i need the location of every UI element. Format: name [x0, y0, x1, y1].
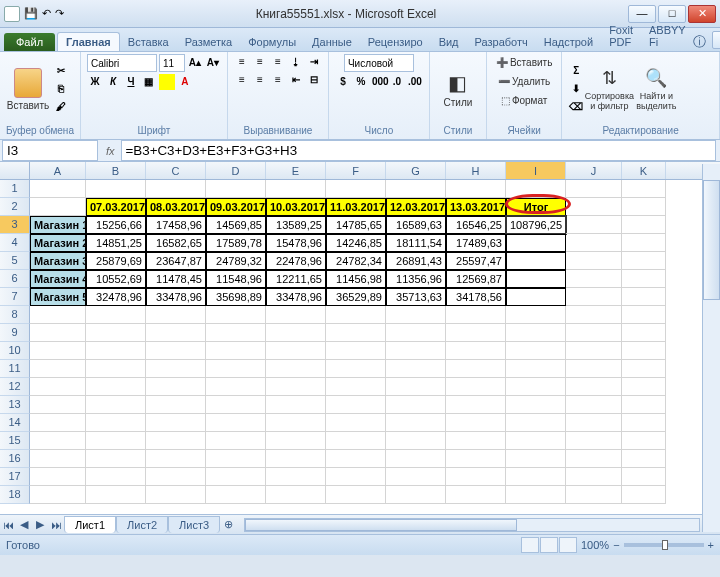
- cell[interactable]: [506, 342, 566, 360]
- cell[interactable]: [146, 450, 206, 468]
- cell[interactable]: [30, 396, 86, 414]
- cell[interactable]: [30, 468, 86, 486]
- cell[interactable]: 13589,25: [266, 216, 326, 234]
- cell[interactable]: [266, 414, 326, 432]
- tab-developer[interactable]: Разработч: [467, 33, 536, 51]
- save-icon[interactable]: 💾: [24, 7, 38, 20]
- cell[interactable]: [326, 450, 386, 468]
- cell[interactable]: [30, 342, 86, 360]
- cell[interactable]: [446, 450, 506, 468]
- cell[interactable]: [566, 180, 622, 198]
- col-header[interactable]: J: [566, 162, 622, 179]
- sheet-tab[interactable]: Лист2: [116, 516, 168, 533]
- cell[interactable]: [386, 360, 446, 378]
- horizontal-scrollbar[interactable]: [244, 518, 700, 532]
- cell[interactable]: 17589,78: [206, 234, 266, 252]
- number-format-select[interactable]: [344, 54, 414, 72]
- wrap-text-icon[interactable]: ⇥: [306, 54, 322, 70]
- cell[interactable]: [446, 360, 506, 378]
- cell[interactable]: [206, 306, 266, 324]
- cell[interactable]: [446, 180, 506, 198]
- underline-button[interactable]: Ч: [123, 74, 139, 90]
- cell[interactable]: 17458,96: [146, 216, 206, 234]
- cell[interactable]: 13.03.2017: [446, 198, 506, 216]
- cell[interactable]: 11.03.2017: [326, 198, 386, 216]
- align-bottom-icon[interactable]: ≡: [270, 54, 286, 70]
- cell[interactable]: Магазин 3: [30, 252, 86, 270]
- inc-decimal-icon[interactable]: .0: [389, 74, 405, 90]
- border-icon[interactable]: ▦: [141, 74, 157, 90]
- cell[interactable]: [566, 198, 622, 216]
- cell[interactable]: [566, 432, 622, 450]
- view-normal-icon[interactable]: [521, 537, 539, 553]
- cell[interactable]: 25597,47: [446, 252, 506, 270]
- row-header[interactable]: 5: [0, 252, 30, 270]
- copy-icon[interactable]: ⎘: [53, 81, 69, 97]
- row-header[interactable]: 9: [0, 324, 30, 342]
- row-header[interactable]: 2: [0, 198, 30, 216]
- cell[interactable]: [326, 324, 386, 342]
- dec-decimal-icon[interactable]: .00: [407, 74, 423, 90]
- cell[interactable]: [326, 432, 386, 450]
- cell[interactable]: 14246,85: [326, 234, 386, 252]
- cell[interactable]: 12211,65: [266, 270, 326, 288]
- row-header[interactable]: 4: [0, 234, 30, 252]
- cell[interactable]: Магазин 5: [30, 288, 86, 306]
- align-right-icon[interactable]: ≡: [270, 72, 286, 88]
- delete-cells-button[interactable]: ➖ Удалить: [495, 73, 553, 90]
- cell[interactable]: [566, 414, 622, 432]
- row-header[interactable]: 15: [0, 432, 30, 450]
- cell[interactable]: [622, 306, 666, 324]
- autosum-icon[interactable]: Σ: [568, 63, 584, 79]
- col-header[interactable]: B: [86, 162, 146, 179]
- cell[interactable]: [566, 288, 622, 306]
- cell[interactable]: 11478,45: [146, 270, 206, 288]
- row-header[interactable]: 14: [0, 414, 30, 432]
- cell[interactable]: [506, 432, 566, 450]
- font-size-select[interactable]: [159, 54, 185, 72]
- cell[interactable]: [622, 180, 666, 198]
- cell[interactable]: [566, 396, 622, 414]
- percent-icon[interactable]: %: [353, 74, 369, 90]
- col-header[interactable]: D: [206, 162, 266, 179]
- format-cells-button[interactable]: ⬚ Формат: [498, 92, 551, 109]
- cell[interactable]: 14851,25: [86, 234, 146, 252]
- cell[interactable]: [506, 288, 566, 306]
- cell[interactable]: [386, 324, 446, 342]
- help-icon[interactable]: ⓘ: [693, 33, 706, 51]
- cell[interactable]: [386, 306, 446, 324]
- cell[interactable]: [206, 486, 266, 504]
- cell[interactable]: [326, 306, 386, 324]
- cell[interactable]: [86, 378, 146, 396]
- cell[interactable]: [622, 432, 666, 450]
- sheet-tab[interactable]: Лист1: [64, 516, 116, 533]
- maximize-button[interactable]: □: [658, 5, 686, 23]
- cell[interactable]: [386, 378, 446, 396]
- cell[interactable]: [326, 360, 386, 378]
- row-header[interactable]: 16: [0, 450, 30, 468]
- cell[interactable]: [206, 432, 266, 450]
- cell[interactable]: [446, 468, 506, 486]
- cell[interactable]: 33478,96: [266, 288, 326, 306]
- tab-formulas[interactable]: Формулы: [240, 33, 304, 51]
- cell[interactable]: 22478,96: [266, 252, 326, 270]
- cell[interactable]: [30, 414, 86, 432]
- indent-dec-icon[interactable]: ⇤: [288, 72, 304, 88]
- cell[interactable]: [266, 306, 326, 324]
- cell[interactable]: 36529,89: [326, 288, 386, 306]
- cell[interactable]: [566, 450, 622, 468]
- cell[interactable]: [146, 486, 206, 504]
- cell[interactable]: [206, 324, 266, 342]
- redo-icon[interactable]: ↷: [55, 7, 64, 20]
- cell[interactable]: Магазин 1: [30, 216, 86, 234]
- cell[interactable]: 12.03.2017: [386, 198, 446, 216]
- cell[interactable]: [386, 414, 446, 432]
- zoom-in-icon[interactable]: +: [708, 539, 714, 551]
- spreadsheet-grid[interactable]: A B C D E F G H I J K 1207.03.201708.03.…: [0, 162, 720, 514]
- align-top-icon[interactable]: ≡: [234, 54, 250, 70]
- cell[interactable]: [506, 378, 566, 396]
- cell[interactable]: [86, 324, 146, 342]
- cell[interactable]: [30, 378, 86, 396]
- cell[interactable]: [146, 432, 206, 450]
- cell[interactable]: [266, 378, 326, 396]
